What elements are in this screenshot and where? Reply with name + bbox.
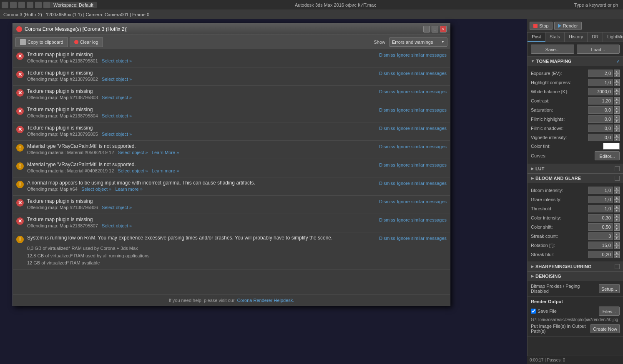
section-denoising[interactable]: ▶ DENOISING <box>528 272 623 281</box>
helpdesk-link[interactable]: Corona Renderer Helpdesk. <box>237 298 294 303</box>
filmic-highlights-input[interactable] <box>588 115 613 123</box>
highlight-input[interactable] <box>588 79 613 86</box>
dialog-minimize-button[interactable]: _ <box>423 26 430 32</box>
white-balance-input[interactable] <box>588 88 613 95</box>
tab-stats[interactable]: Stats <box>545 32 565 42</box>
dialog-close-button[interactable]: × <box>440 26 447 32</box>
select-object-link-3[interactable]: Select object » <box>102 95 132 100</box>
save-file-checkbox[interactable] <box>531 309 536 314</box>
th-spin-up[interactable]: ▲ <box>614 205 620 209</box>
exposure-input[interactable] <box>588 70 613 77</box>
bi-spin-down[interactable]: ▼ <box>614 190 620 194</box>
dismiss-button-5[interactable]: Dismiss <box>379 126 395 131</box>
bloom-intensity-input[interactable] <box>588 187 613 194</box>
fh-spin-down[interactable]: ▼ <box>614 119 620 123</box>
render-button[interactable]: Render <box>554 22 582 30</box>
dismiss-button-4[interactable]: Dismiss <box>379 107 395 112</box>
ignore-similar-button-10[interactable]: Ignore similar messages <box>397 217 447 222</box>
copy-to-clipboard-button[interactable]: Copy to clipboard <box>15 37 68 47</box>
color-intensity-input[interactable] <box>588 214 613 222</box>
fh-spin-up[interactable]: ▲ <box>614 115 620 119</box>
dismiss-button-1[interactable]: Dismiss <box>379 52 395 57</box>
saturation-input[interactable] <box>588 106 613 114</box>
dismiss-button-2[interactable]: Dismiss <box>379 71 395 76</box>
ignore-similar-button-2[interactable]: Ignore similar messages <box>397 71 447 76</box>
sat-spin-down[interactable]: ▼ <box>614 110 620 114</box>
dismiss-button-9[interactable]: Dismiss <box>379 199 395 204</box>
create-now-button[interactable]: Create Now <box>590 324 620 333</box>
gi-spin-down[interactable]: ▼ <box>614 199 620 203</box>
filmic-shadows-input[interactable] <box>588 125 613 132</box>
ignore-similar-button-7[interactable]: Ignore similar messages <box>397 162 447 167</box>
section-lut[interactable]: ▶ LUT <box>528 164 623 174</box>
glare-intensity-input[interactable] <box>588 196 613 203</box>
section-sharpening[interactable]: ▶ SHARPENING/BLURRING <box>528 262 623 272</box>
tab-dr[interactable]: DR <box>588 32 603 42</box>
vig-spin-up[interactable]: ▲ <box>614 134 620 137</box>
exposure-spin-up[interactable]: ▲ <box>614 70 620 73</box>
select-object-link-2[interactable]: Select object » <box>102 77 132 82</box>
taskbar-icon-redo[interactable] <box>43 2 50 8</box>
ignore-similar-button-1[interactable]: Ignore similar messages <box>397 52 447 57</box>
dismiss-button-3[interactable]: Dismiss <box>379 89 395 94</box>
bloom-checkbox[interactable] <box>615 176 620 181</box>
sharpening-checkbox[interactable] <box>615 264 620 269</box>
learn-more-link-7[interactable]: Learn more » <box>152 168 179 173</box>
select-object-link-8[interactable]: Select object » <box>81 187 111 192</box>
ignore-similar-button-4[interactable]: Ignore similar messages <box>397 107 447 112</box>
section-bloom-glare[interactable]: ▶ BLOOM AND GLARE <box>528 174 623 183</box>
dismiss-button-10[interactable]: Dismiss <box>379 217 395 222</box>
select-object-link-6[interactable]: Select object » <box>118 150 148 155</box>
ci-spin-down[interactable]: ▼ <box>614 218 620 222</box>
wb-spin-down[interactable]: ▼ <box>614 92 620 95</box>
rot-spin-down[interactable]: ▼ <box>614 245 620 249</box>
rotation-input[interactable] <box>588 242 613 249</box>
sc-spin-up[interactable]: ▲ <box>614 232 620 236</box>
select-object-link-4[interactable]: Select object » <box>102 113 132 118</box>
streak-blur-input[interactable] <box>588 251 613 258</box>
ignore-similar-button-11[interactable]: Ignore similar messages <box>397 236 447 241</box>
cs-spin-up[interactable]: ▲ <box>614 223 620 227</box>
sat-spin-up[interactable]: ▲ <box>614 106 620 110</box>
stop-button[interactable]: Stop <box>530 22 553 30</box>
setup-button[interactable]: Setup... <box>599 284 620 293</box>
dialog-maximize-button[interactable]: □ <box>432 26 438 32</box>
learn-more-link-8[interactable]: Learn more » <box>115 187 142 192</box>
save-button[interactable]: Save... <box>531 45 574 54</box>
curves-editor-button[interactable]: Editor... <box>595 151 620 160</box>
contrast-spin-down[interactable]: ▼ <box>614 101 620 105</box>
select-object-link-10[interactable]: Select object » <box>102 223 132 228</box>
highlight-spin-down[interactable]: ▼ <box>614 82 620 86</box>
load-button[interactable]: Load... <box>577 45 620 54</box>
contrast-input[interactable] <box>588 97 613 105</box>
lut-checkbox[interactable] <box>615 166 620 171</box>
rot-spin-up[interactable]: ▲ <box>614 242 620 245</box>
vignette-input[interactable] <box>588 134 613 141</box>
fs-spin-down[interactable]: ▼ <box>614 128 620 132</box>
dismiss-button-8[interactable]: Dismiss <box>379 181 395 186</box>
highlight-spin-up[interactable]: ▲ <box>614 79 620 82</box>
streak-count-input[interactable] <box>588 232 613 240</box>
tab-lightmix[interactable]: LightMix <box>603 32 623 42</box>
ci-spin-up[interactable]: ▲ <box>614 214 620 218</box>
bi-spin-up[interactable]: ▲ <box>614 187 620 190</box>
wb-spin-up[interactable]: ▲ <box>614 88 620 92</box>
ignore-similar-button-8[interactable]: Ignore similar messages <box>397 181 447 186</box>
keyword-search[interactable]: Type a keyword or ph <box>574 2 618 7</box>
ignore-similar-button-3[interactable]: Ignore similar messages <box>397 89 447 94</box>
threshold-input[interactable] <box>588 205 613 212</box>
vig-spin-down[interactable]: ▼ <box>614 137 620 141</box>
sb-spin-up[interactable]: ▲ <box>614 251 620 254</box>
gi-spin-up[interactable]: ▲ <box>614 196 620 199</box>
section-tone-mapping[interactable]: ▼ TONE MAPPING ✓ <box>528 57 623 66</box>
th-spin-down[interactable]: ▼ <box>614 209 620 212</box>
dialog-content[interactable]: ✕ Texture map plugin is missing Offendin… <box>13 49 450 294</box>
ignore-similar-button-6[interactable]: Ignore similar messages <box>397 144 447 149</box>
contrast-spin-up[interactable]: ▲ <box>614 97 620 101</box>
show-dropdown[interactable]: Errors and warnings ▼ <box>389 37 447 47</box>
cs-spin-down[interactable]: ▼ <box>614 227 620 231</box>
tab-history[interactable]: History <box>565 32 588 42</box>
color-shift-input[interactable] <box>588 223 613 231</box>
taskbar-icon-undo[interactable] <box>35 2 42 8</box>
color-tint-swatch[interactable] <box>603 143 620 150</box>
